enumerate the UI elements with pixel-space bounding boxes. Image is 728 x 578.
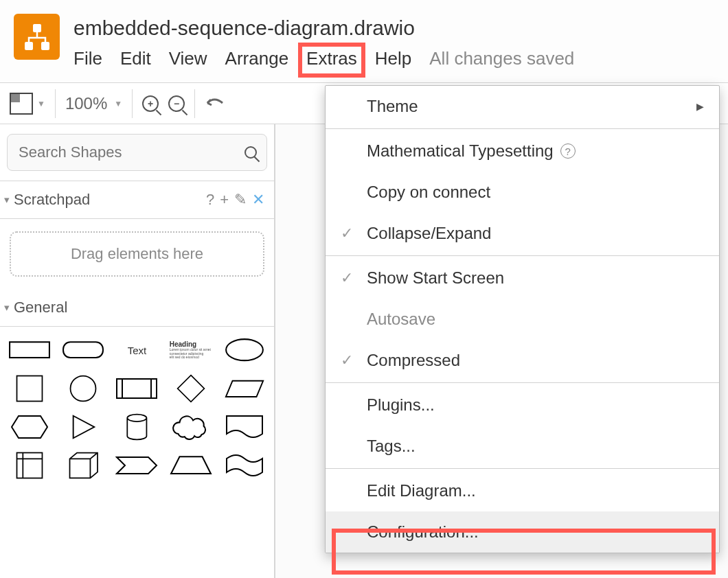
close-icon[interactable]: ✕ bbox=[252, 191, 264, 209]
svg-rect-4 bbox=[63, 343, 103, 358]
shape-internal-storage[interactable] bbox=[8, 450, 51, 481]
menu-configuration[interactable]: Configuration... bbox=[326, 511, 719, 553]
search-shapes-input[interactable] bbox=[7, 134, 267, 171]
shape-cube[interactable] bbox=[62, 450, 104, 481]
svg-point-5 bbox=[226, 339, 263, 360]
svg-rect-1 bbox=[25, 42, 33, 50]
shape-circle[interactable] bbox=[62, 373, 104, 404]
menu-help[interactable]: Help bbox=[375, 48, 411, 69]
layout-toggle[interactable]: ▼ bbox=[10, 93, 45, 115]
edit-icon[interactable]: ✎ bbox=[234, 191, 247, 209]
svg-rect-11 bbox=[17, 453, 43, 478]
menu-math-typesetting[interactable]: Mathematical Typesetting? bbox=[326, 130, 719, 172]
shape-trapezoid[interactable] bbox=[170, 450, 212, 481]
menu-edit[interactable]: Edit bbox=[120, 48, 151, 69]
shape-parallelogram[interactable] bbox=[223, 373, 266, 404]
search-icon bbox=[244, 146, 257, 159]
shape-ellipse[interactable] bbox=[223, 335, 266, 365]
extras-menu: Theme Mathematical Typesetting? Copy on … bbox=[325, 85, 720, 553]
shape-square[interactable] bbox=[8, 373, 51, 404]
shape-text[interactable]: Text bbox=[115, 335, 158, 365]
shape-textbox[interactable]: HeadingLorem ipsum dolor sit ametconsect… bbox=[170, 335, 212, 365]
zoom-in-button[interactable]: + bbox=[142, 95, 159, 112]
svg-rect-0 bbox=[33, 24, 41, 32]
menu-copy-on-connect[interactable]: Copy on connect bbox=[326, 172, 719, 213]
shape-rect[interactable] bbox=[8, 335, 51, 365]
save-status: All changes saved bbox=[429, 48, 574, 69]
collapse-icon: ▾ bbox=[4, 194, 10, 206]
menu-arrange[interactable]: Arrange bbox=[225, 48, 289, 69]
menu-collapse-expand[interactable]: Collapse/Expand bbox=[326, 213, 719, 254]
shape-palette: Text HeadingLorem ipsum dolor sit ametco… bbox=[0, 327, 274, 489]
shape-tape[interactable] bbox=[223, 450, 266, 481]
menu-autosave: Autosave bbox=[326, 299, 719, 340]
shape-hexagon[interactable] bbox=[8, 412, 51, 442]
shape-step[interactable] bbox=[115, 450, 158, 481]
shape-diamond[interactable] bbox=[170, 373, 212, 404]
help-icon[interactable]: ? bbox=[206, 191, 214, 209]
shape-cylinder[interactable] bbox=[115, 412, 158, 442]
zoom-level[interactable]: 100%▼ bbox=[65, 94, 122, 113]
menu-extras[interactable]: Extras bbox=[298, 43, 365, 78]
menu-show-start-screen[interactable]: Show Start Screen bbox=[326, 257, 719, 299]
add-icon[interactable]: + bbox=[220, 191, 229, 209]
menu-tags[interactable]: Tags... bbox=[326, 426, 719, 467]
scratchpad-header[interactable]: ▾ Scratchpad ? + ✎ ✕ bbox=[0, 181, 274, 219]
shape-document[interactable] bbox=[223, 412, 266, 442]
document-title[interactable]: embedded-sequence-diagram.drawio bbox=[73, 16, 721, 40]
menu-theme[interactable]: Theme bbox=[326, 86, 719, 127]
svg-rect-3 bbox=[10, 343, 49, 358]
general-header[interactable]: ▾ General bbox=[0, 289, 274, 327]
menu-edit-diagram[interactable]: Edit Diagram... bbox=[326, 470, 719, 511]
svg-rect-6 bbox=[17, 376, 43, 402]
shape-cloud[interactable] bbox=[170, 412, 212, 442]
collapse-icon: ▾ bbox=[4, 301, 10, 314]
shape-process[interactable] bbox=[115, 373, 158, 404]
help-icon[interactable]: ? bbox=[560, 143, 576, 159]
zoom-out-button[interactable]: − bbox=[168, 95, 185, 112]
menu-view[interactable]: View bbox=[169, 48, 207, 69]
scratchpad-dropzone[interactable]: Drag elements here bbox=[10, 231, 264, 277]
shape-triangle[interactable] bbox=[62, 412, 104, 442]
menu-compressed[interactable]: Compressed bbox=[326, 340, 719, 381]
app-logo bbox=[14, 14, 60, 60]
menu-file[interactable]: File bbox=[73, 48, 102, 69]
undo-button[interactable] bbox=[205, 96, 225, 111]
menu-plugins[interactable]: Plugins... bbox=[326, 384, 719, 426]
svg-rect-2 bbox=[41, 42, 49, 50]
svg-point-7 bbox=[71, 376, 96, 402]
shape-round-rect[interactable] bbox=[62, 335, 104, 365]
